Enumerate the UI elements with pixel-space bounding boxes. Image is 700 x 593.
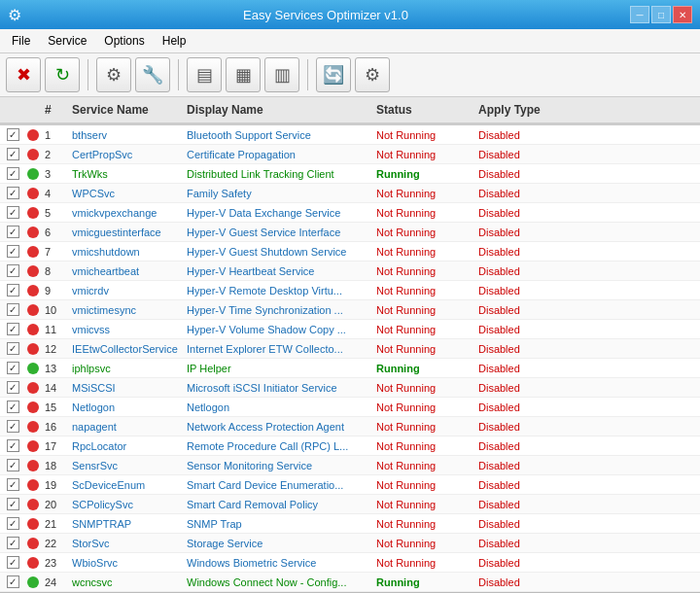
- row-number: 24: [41, 575, 68, 590]
- service-status: Not Running: [372, 458, 474, 473]
- settings2-toolbar-button[interactable]: 🔧: [135, 57, 170, 92]
- row-checkbox[interactable]: [0, 323, 25, 335]
- apply-type: Disabled: [474, 127, 562, 143]
- row-checkbox[interactable]: [0, 478, 25, 491]
- row-checkbox[interactable]: [0, 226, 25, 238]
- service-name: vmicheartbeat: [68, 263, 183, 279]
- status-dot: [25, 207, 41, 219]
- menu-item-options[interactable]: Options: [96, 31, 152, 51]
- table-row: 9vmicrdvHyper-V Remote Desktop Virtu...N…: [0, 281, 700, 300]
- status-dot: [25, 168, 41, 180]
- row-checkbox[interactable]: [0, 264, 25, 277]
- apply-type: Disabled: [474, 575, 562, 590]
- row-checkbox[interactable]: [0, 245, 25, 258]
- row-checkbox[interactable]: [0, 148, 25, 160]
- service-status: Not Running: [372, 147, 474, 162]
- service-name: vmicvss: [68, 322, 183, 337]
- settings1-toolbar-button[interactable]: ⚙: [96, 57, 131, 92]
- status-dot: [25, 343, 41, 355]
- row-checkbox[interactable]: [0, 187, 25, 199]
- apply-type: Disabled: [474, 380, 562, 396]
- service-status: Not Running: [372, 302, 474, 318]
- status-dot: [25, 265, 41, 277]
- row-checkbox[interactable]: [0, 362, 25, 374]
- row-checkbox[interactable]: [0, 420, 25, 433]
- service-name: bthserv: [68, 127, 183, 143]
- service-status: Not Running: [372, 127, 474, 143]
- service-status: Not Running: [372, 283, 474, 298]
- service-status: Not Running: [372, 205, 474, 221]
- row-checkbox[interactable]: [0, 556, 25, 569]
- menu-item-file[interactable]: File: [4, 31, 38, 51]
- row-checkbox[interactable]: [0, 284, 25, 296]
- apply-type: Disabled: [474, 438, 562, 454]
- stop-toolbar-button[interactable]: ✖: [6, 57, 41, 92]
- service-status: Not Running: [372, 516, 474, 532]
- apply-type: Disabled: [474, 419, 562, 435]
- service-name: vmictimesync: [68, 302, 183, 318]
- service-status: Not Running: [372, 438, 474, 454]
- display-name: Storage Service: [183, 536, 372, 551]
- apply-type: Disabled: [474, 516, 562, 532]
- refresh-toolbar-button[interactable]: ↻: [45, 57, 80, 92]
- close-button[interactable]: ✕: [673, 6, 692, 23]
- menu-item-help[interactable]: Help: [155, 31, 194, 51]
- row-checkbox[interactable]: [0, 459, 25, 471]
- table-row: 14MSiSCSIMicrosoft iSCSI Initiator Servi…: [0, 378, 700, 398]
- row-number: 12: [41, 341, 68, 357]
- status-dot: [25, 324, 41, 335]
- row-checkbox[interactable]: [0, 342, 25, 355]
- menu-item-service[interactable]: Service: [40, 31, 94, 51]
- row-checkbox[interactable]: [0, 537, 25, 549]
- maximize-button[interactable]: □: [651, 6, 671, 23]
- service-name: MSiSCSI: [68, 380, 183, 396]
- row-number: 3: [41, 166, 68, 182]
- display-name: Remote Procedure Call (RPC) L...: [183, 438, 372, 454]
- minimize-button[interactable]: ─: [630, 6, 649, 23]
- list3-toolbar-button[interactable]: ▥: [264, 57, 299, 92]
- display-name: Smart Card Removal Policy: [183, 497, 372, 512]
- row-checkbox[interactable]: [0, 206, 25, 219]
- col-num: #: [41, 101, 68, 119]
- table-row: 17RpcLocatorRemote Procedure Call (RPC) …: [0, 436, 700, 456]
- row-number: 7: [41, 244, 68, 260]
- row-number: 18: [41, 458, 68, 473]
- list1-toolbar-button[interactable]: ▤: [187, 57, 222, 92]
- service-status: Not Running: [372, 400, 474, 415]
- options-toolbar-button[interactable]: ⚙: [355, 57, 390, 92]
- service-name: vmicguestinterface: [68, 225, 183, 240]
- display-name: Hyper-V Data Exchange Service: [183, 205, 372, 221]
- table-row: 18SensrSvcSensor Monitoring ServiceNot R…: [0, 456, 700, 475]
- display-name: Netlogon: [183, 400, 372, 415]
- row-number: 6: [41, 225, 68, 240]
- apply-type: Disabled: [474, 263, 562, 279]
- row-checkbox[interactable]: [0, 576, 25, 588]
- row-checkbox[interactable]: [0, 128, 25, 141]
- table-row: 3TrkWksDistributed Link Tracking ClientR…: [0, 164, 700, 184]
- apply-type: Disabled: [474, 322, 562, 337]
- table-row: 16napagentNetwork Access Protection Agen…: [0, 417, 700, 436]
- update-toolbar-button[interactable]: 🔄: [316, 57, 351, 92]
- row-checkbox[interactable]: [0, 498, 25, 510]
- apply-type: Disabled: [474, 205, 562, 221]
- service-name: TrkWks: [68, 166, 183, 182]
- table-row: 23WbioSrvcWindows Biometric ServiceNot R…: [0, 553, 700, 573]
- service-status: Not Running: [372, 244, 474, 260]
- apply-type: Disabled: [474, 477, 562, 493]
- row-number: 8: [41, 263, 68, 279]
- row-checkbox[interactable]: [0, 439, 25, 452]
- service-name: iphlpsvc: [68, 361, 183, 376]
- row-number: 13: [41, 361, 68, 376]
- row-checkbox[interactable]: [0, 401, 25, 413]
- service-status: Not Running: [372, 225, 474, 240]
- apply-type: Disabled: [474, 302, 562, 318]
- row-checkbox[interactable]: [0, 517, 25, 530]
- table-row: 5vmickvpexchangeHyper-V Data Exchange Se…: [0, 203, 700, 223]
- row-checkbox[interactable]: [0, 167, 25, 180]
- row-checkbox[interactable]: [0, 381, 25, 394]
- service-status: Running: [372, 166, 474, 182]
- status-dot: [25, 149, 41, 160]
- display-name: Hyper-V Guest Shutdown Service: [183, 244, 372, 260]
- list2-toolbar-button[interactable]: ▦: [226, 57, 261, 92]
- row-checkbox[interactable]: [0, 303, 25, 316]
